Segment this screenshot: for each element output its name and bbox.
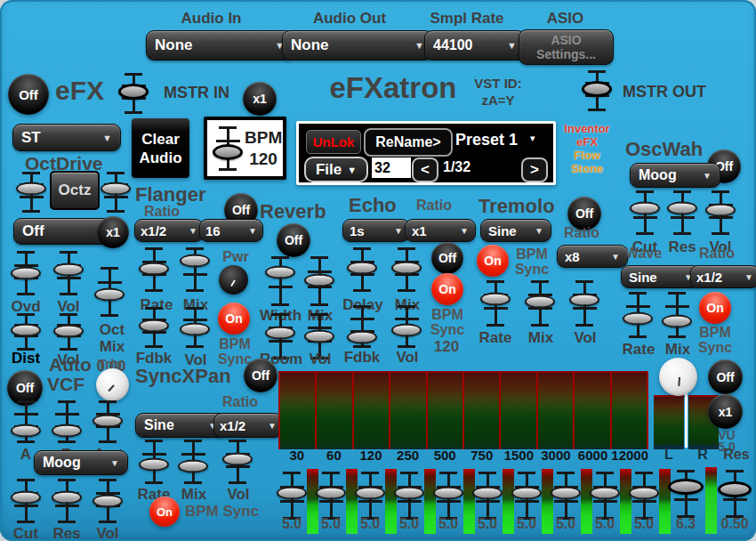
echo-off-button[interactable]: Off (431, 242, 463, 274)
fader-handle[interactable] (16, 182, 46, 196)
audio-out-dropdown[interactable]: None ▼ (282, 30, 433, 61)
fader-handle[interactable] (511, 486, 542, 499)
fader-handle[interactable] (94, 287, 125, 301)
fader-handle[interactable] (316, 486, 346, 499)
fader-handle[interactable] (213, 144, 243, 160)
echo-delay-fader[interactable] (347, 247, 377, 292)
octdrive-octmix-fader[interactable] (94, 267, 125, 317)
fader-handle[interactable] (222, 453, 253, 466)
tremolo-bpm-sync-on-button[interactable]: On (477, 245, 509, 277)
fader-handle[interactable] (178, 460, 208, 473)
fader-handle[interactable] (11, 267, 41, 280)
oscwah-rate-fader[interactable] (623, 292, 653, 338)
reverb-width-fader[interactable] (265, 256, 295, 306)
fader-handle[interactable] (391, 323, 422, 336)
autovcf-cut-fader[interactable] (11, 479, 41, 523)
octdrive-vol2-fader[interactable] (53, 313, 84, 351)
tremolo-mix-fader[interactable] (525, 280, 555, 327)
eq-250-fader[interactable] (395, 472, 423, 520)
flanger-pwr-knob[interactable] (219, 265, 248, 295)
bpm-fader-icon[interactable] (214, 126, 241, 171)
octdrive-dist-fader[interactable] (11, 313, 41, 351)
output-lr-fader[interactable] (669, 470, 703, 518)
eq-120-fader[interactable] (356, 472, 384, 520)
asio-settings-button[interactable]: ASIO Settings... (519, 29, 614, 65)
preset-count-input[interactable] (372, 157, 411, 178)
octdrive-left-fader[interactable] (16, 172, 46, 213)
tremolo-vol-fader[interactable] (569, 280, 599, 327)
echo-time-dropdown[interactable]: 1s ▼ (342, 219, 410, 242)
fader-handle[interactable] (347, 330, 377, 343)
fader-handle[interactable] (118, 84, 149, 100)
oscwah-wave-dropdown[interactable]: Sine ▼ (621, 265, 701, 288)
fader-handle[interactable] (277, 486, 307, 499)
fader-handle[interactable] (667, 202, 697, 215)
fader-handle[interactable] (139, 262, 169, 276)
fader-handle[interactable] (52, 491, 82, 505)
eq-12000-fader[interactable] (630, 472, 658, 520)
fader-handle[interactable] (480, 292, 511, 305)
unlok-button[interactable]: UnLok (306, 130, 361, 154)
fader-handle[interactable] (394, 486, 424, 499)
fader-handle[interactable] (180, 323, 210, 336)
fader-handle[interactable] (139, 457, 169, 471)
fader-handle[interactable] (391, 261, 422, 274)
vu-off-button[interactable]: Off (708, 359, 743, 394)
preset-prev-button[interactable]: < (412, 157, 438, 182)
oscwah-bpm-sync-on-button[interactable]: On (699, 292, 731, 324)
fader-handle[interactable] (52, 424, 82, 437)
echo-ratio-dropdown[interactable]: x1 ▼ (405, 219, 476, 242)
flanger-vol-fader[interactable] (180, 307, 210, 348)
fader-handle[interactable] (582, 81, 612, 97)
preset-caret-icon[interactable]: ▾ (530, 133, 535, 144)
mstr-in-fader-icon[interactable] (119, 73, 148, 114)
fader-handle[interactable] (265, 265, 295, 279)
flanger-ratio-dropdown[interactable]: x1/2 ▼ (134, 219, 204, 242)
oscwah-cut-fader[interactable] (630, 190, 660, 235)
fader-handle[interactable] (668, 479, 704, 495)
octz-button[interactable]: Octz (50, 171, 100, 210)
fader-handle[interactable] (472, 486, 503, 499)
syncxpan-vol-fader[interactable] (222, 440, 253, 484)
eq-60-fader[interactable] (317, 472, 345, 520)
clear-audio-button[interactable]: Clear Audio (132, 118, 189, 178)
fader-handle[interactable] (265, 326, 295, 339)
autovcf-r-fader[interactable] (52, 400, 82, 443)
eq-1500-fader[interactable] (512, 472, 541, 520)
echo-vol-fader[interactable] (391, 305, 422, 348)
fader-handle[interactable] (180, 254, 210, 268)
echo-fdbk-fader[interactable] (347, 305, 377, 348)
preset-name[interactable]: Preset 1 (455, 131, 518, 149)
octdrive-ovd-fader[interactable] (11, 251, 41, 295)
syncxpan-mix-fader[interactable] (178, 440, 208, 484)
fader-handle[interactable] (718, 481, 752, 497)
fader-handle[interactable] (11, 491, 41, 505)
autovcf-trig-knob[interactable] (96, 368, 129, 401)
fader-handle[interactable] (101, 182, 131, 196)
eq-750-fader[interactable] (473, 472, 502, 520)
autovcf-filter-dropdown[interactable]: Moog ▼ (34, 450, 128, 475)
oscwah-mix-fader[interactable] (662, 292, 692, 338)
eq-500-fader[interactable] (434, 472, 462, 520)
oscwah-vol-fader[interactable] (705, 190, 736, 235)
echo-bpm-sync-on-button[interactable]: On (431, 273, 463, 305)
oscwah-ratio-dropdown[interactable]: x1/2 ▼ (690, 265, 756, 288)
autovcf-a-fader[interactable] (11, 400, 41, 443)
file-menu-button[interactable]: File ▼ (304, 157, 368, 182)
flanger-bpm-sync-on-button[interactable]: On (218, 303, 250, 335)
fader-handle[interactable] (92, 495, 123, 508)
eq-6000-fader[interactable] (591, 472, 619, 520)
flanger-rate-fader[interactable] (139, 247, 169, 292)
fader-handle[interactable] (590, 486, 620, 499)
flanger-fdbk-fader[interactable] (139, 307, 169, 348)
fader-handle[interactable] (347, 261, 377, 274)
fader-handle[interactable] (304, 330, 334, 343)
octdrive-vol1-fader[interactable] (53, 251, 84, 295)
eq-3000-fader[interactable] (551, 472, 580, 520)
channel-mode-dropdown[interactable]: ST ▼ (12, 124, 121, 151)
fader-handle[interactable] (525, 295, 555, 308)
octdrive-right-fader[interactable] (101, 172, 131, 213)
syncxpan-wave-dropdown[interactable]: Sine ▼ (135, 413, 226, 438)
vu-mult-button[interactable]: x1 (708, 394, 743, 429)
tremolo-rate-fader[interactable] (480, 280, 511, 327)
